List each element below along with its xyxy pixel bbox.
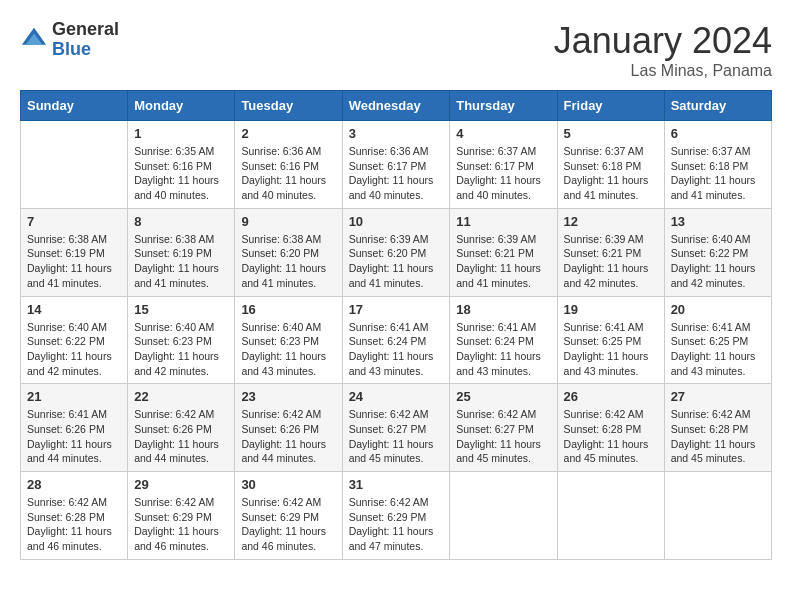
sunset-text: Sunset: 6:20 PM xyxy=(241,246,335,261)
month-title: January 2024 xyxy=(554,20,772,62)
sunrise-text: Sunrise: 6:38 AM xyxy=(134,232,228,247)
daylight-text: Daylight: 11 hours and 44 minutes. xyxy=(27,437,121,466)
daylight-text: Daylight: 11 hours and 44 minutes. xyxy=(134,437,228,466)
calendar-cell: 5Sunrise: 6:37 AMSunset: 6:18 PMDaylight… xyxy=(557,121,664,209)
day-number: 24 xyxy=(349,389,444,404)
title-block: January 2024 Las Minas, Panama xyxy=(554,20,772,80)
daylight-text: Daylight: 11 hours and 41 minutes. xyxy=(456,261,550,290)
day-number: 22 xyxy=(134,389,228,404)
day-info: Sunrise: 6:38 AMSunset: 6:19 PMDaylight:… xyxy=(134,232,228,291)
sunset-text: Sunset: 6:28 PM xyxy=(564,422,658,437)
sunset-text: Sunset: 6:18 PM xyxy=(671,159,765,174)
calendar-cell: 17Sunrise: 6:41 AMSunset: 6:24 PMDayligh… xyxy=(342,296,450,384)
week-row-1: 7Sunrise: 6:38 AMSunset: 6:19 PMDaylight… xyxy=(21,208,772,296)
header-cell-monday: Monday xyxy=(128,91,235,121)
calendar-cell: 19Sunrise: 6:41 AMSunset: 6:25 PMDayligh… xyxy=(557,296,664,384)
sunrise-text: Sunrise: 6:38 AM xyxy=(27,232,121,247)
calendar-cell: 8Sunrise: 6:38 AMSunset: 6:19 PMDaylight… xyxy=(128,208,235,296)
sunrise-text: Sunrise: 6:38 AM xyxy=(241,232,335,247)
daylight-text: Daylight: 11 hours and 43 minutes. xyxy=(456,349,550,378)
day-number: 4 xyxy=(456,126,550,141)
calendar-cell xyxy=(557,472,664,560)
calendar-cell: 29Sunrise: 6:42 AMSunset: 6:29 PMDayligh… xyxy=(128,472,235,560)
day-info: Sunrise: 6:42 AMSunset: 6:29 PMDaylight:… xyxy=(349,495,444,554)
day-info: Sunrise: 6:35 AMSunset: 6:16 PMDaylight:… xyxy=(134,144,228,203)
sunset-text: Sunset: 6:29 PM xyxy=(241,510,335,525)
day-info: Sunrise: 6:42 AMSunset: 6:27 PMDaylight:… xyxy=(456,407,550,466)
day-number: 9 xyxy=(241,214,335,229)
header-cell-wednesday: Wednesday xyxy=(342,91,450,121)
calendar-cell: 11Sunrise: 6:39 AMSunset: 6:21 PMDayligh… xyxy=(450,208,557,296)
logo-text: General Blue xyxy=(52,20,119,60)
day-info: Sunrise: 6:42 AMSunset: 6:28 PMDaylight:… xyxy=(671,407,765,466)
sunset-text: Sunset: 6:17 PM xyxy=(349,159,444,174)
day-number: 17 xyxy=(349,302,444,317)
logo-general: General xyxy=(52,20,119,40)
page-header: General Blue January 2024 Las Minas, Pan… xyxy=(20,20,772,80)
sunset-text: Sunset: 6:24 PM xyxy=(349,334,444,349)
day-number: 25 xyxy=(456,389,550,404)
sunset-text: Sunset: 6:17 PM xyxy=(456,159,550,174)
sunset-text: Sunset: 6:21 PM xyxy=(564,246,658,261)
day-info: Sunrise: 6:42 AMSunset: 6:26 PMDaylight:… xyxy=(241,407,335,466)
sunset-text: Sunset: 6:23 PM xyxy=(241,334,335,349)
calendar-cell: 2Sunrise: 6:36 AMSunset: 6:16 PMDaylight… xyxy=(235,121,342,209)
day-number: 31 xyxy=(349,477,444,492)
daylight-text: Daylight: 11 hours and 40 minutes. xyxy=(134,173,228,202)
day-info: Sunrise: 6:36 AMSunset: 6:16 PMDaylight:… xyxy=(241,144,335,203)
calendar-cell: 10Sunrise: 6:39 AMSunset: 6:20 PMDayligh… xyxy=(342,208,450,296)
daylight-text: Daylight: 11 hours and 46 minutes. xyxy=(241,524,335,553)
week-row-2: 14Sunrise: 6:40 AMSunset: 6:22 PMDayligh… xyxy=(21,296,772,384)
sunset-text: Sunset: 6:25 PM xyxy=(671,334,765,349)
day-number: 8 xyxy=(134,214,228,229)
day-info: Sunrise: 6:41 AMSunset: 6:25 PMDaylight:… xyxy=(671,320,765,379)
sunrise-text: Sunrise: 6:40 AM xyxy=(134,320,228,335)
sunrise-text: Sunrise: 6:41 AM xyxy=(27,407,121,422)
day-info: Sunrise: 6:42 AMSunset: 6:27 PMDaylight:… xyxy=(349,407,444,466)
calendar-cell: 23Sunrise: 6:42 AMSunset: 6:26 PMDayligh… xyxy=(235,384,342,472)
day-info: Sunrise: 6:39 AMSunset: 6:21 PMDaylight:… xyxy=(564,232,658,291)
daylight-text: Daylight: 11 hours and 42 minutes. xyxy=(134,349,228,378)
calendar-cell: 13Sunrise: 6:40 AMSunset: 6:22 PMDayligh… xyxy=(664,208,771,296)
daylight-text: Daylight: 11 hours and 43 minutes. xyxy=(564,349,658,378)
sunrise-text: Sunrise: 6:37 AM xyxy=(671,144,765,159)
day-info: Sunrise: 6:41 AMSunset: 6:25 PMDaylight:… xyxy=(564,320,658,379)
sunset-text: Sunset: 6:26 PM xyxy=(27,422,121,437)
day-number: 28 xyxy=(27,477,121,492)
location-title: Las Minas, Panama xyxy=(554,62,772,80)
day-number: 13 xyxy=(671,214,765,229)
daylight-text: Daylight: 11 hours and 43 minutes. xyxy=(671,349,765,378)
day-info: Sunrise: 6:42 AMSunset: 6:26 PMDaylight:… xyxy=(134,407,228,466)
day-number: 16 xyxy=(241,302,335,317)
day-number: 23 xyxy=(241,389,335,404)
daylight-text: Daylight: 11 hours and 41 minutes. xyxy=(241,261,335,290)
header-cell-tuesday: Tuesday xyxy=(235,91,342,121)
sunrise-text: Sunrise: 6:35 AM xyxy=(134,144,228,159)
day-number: 20 xyxy=(671,302,765,317)
day-number: 1 xyxy=(134,126,228,141)
sunset-text: Sunset: 6:21 PM xyxy=(456,246,550,261)
day-info: Sunrise: 6:42 AMSunset: 6:29 PMDaylight:… xyxy=(241,495,335,554)
calendar-cell: 31Sunrise: 6:42 AMSunset: 6:29 PMDayligh… xyxy=(342,472,450,560)
day-number: 30 xyxy=(241,477,335,492)
sunrise-text: Sunrise: 6:42 AM xyxy=(564,407,658,422)
calendar-cell: 22Sunrise: 6:42 AMSunset: 6:26 PMDayligh… xyxy=(128,384,235,472)
calendar-cell: 4Sunrise: 6:37 AMSunset: 6:17 PMDaylight… xyxy=(450,121,557,209)
sunset-text: Sunset: 6:26 PM xyxy=(134,422,228,437)
sunrise-text: Sunrise: 6:42 AM xyxy=(349,495,444,510)
day-info: Sunrise: 6:41 AMSunset: 6:26 PMDaylight:… xyxy=(27,407,121,466)
calendar-cell: 21Sunrise: 6:41 AMSunset: 6:26 PMDayligh… xyxy=(21,384,128,472)
day-number: 14 xyxy=(27,302,121,317)
day-info: Sunrise: 6:41 AMSunset: 6:24 PMDaylight:… xyxy=(456,320,550,379)
sunset-text: Sunset: 6:28 PM xyxy=(671,422,765,437)
sunrise-text: Sunrise: 6:42 AM xyxy=(241,407,335,422)
daylight-text: Daylight: 11 hours and 41 minutes. xyxy=(27,261,121,290)
sunset-text: Sunset: 6:20 PM xyxy=(349,246,444,261)
daylight-text: Daylight: 11 hours and 46 minutes. xyxy=(27,524,121,553)
daylight-text: Daylight: 11 hours and 43 minutes. xyxy=(241,349,335,378)
day-info: Sunrise: 6:38 AMSunset: 6:19 PMDaylight:… xyxy=(27,232,121,291)
day-number: 11 xyxy=(456,214,550,229)
sunrise-text: Sunrise: 6:39 AM xyxy=(456,232,550,247)
sunrise-text: Sunrise: 6:39 AM xyxy=(564,232,658,247)
sunset-text: Sunset: 6:29 PM xyxy=(349,510,444,525)
